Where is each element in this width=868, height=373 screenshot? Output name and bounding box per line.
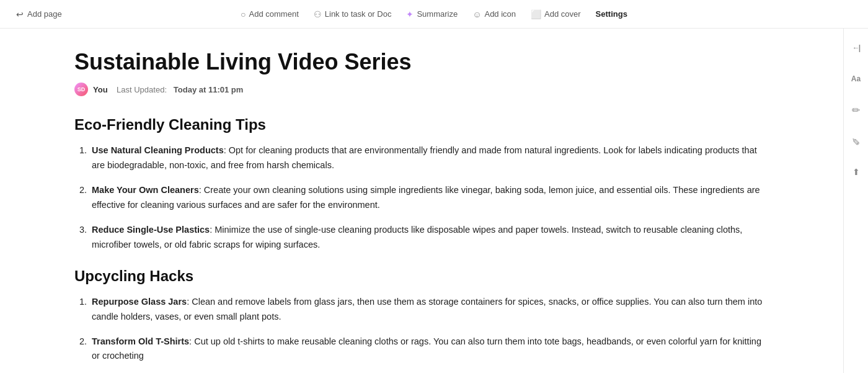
link-icon: ⚇ (314, 9, 322, 19)
collapse-icon: ←| (852, 43, 859, 52)
section-heading-2: Upcycling Hacks (74, 267, 769, 285)
updated-label: Last Updated: (117, 85, 167, 94)
list-item: Reduce Single-Use Plastics: Minimize the… (89, 223, 769, 253)
section-2-list: Repurpose Glass Jars: Clean and remove l… (74, 295, 769, 364)
edit-alt-icon: ✎ (852, 135, 860, 147)
user-name: You (93, 85, 108, 94)
list-item: Transform Old T-Shirts: Cut up old t-shi… (89, 335, 769, 364)
avatar: SD (74, 83, 88, 96)
add-icon-button[interactable]: ☺ Add icon (466, 6, 522, 22)
edit-alt-button[interactable]: ✎ (847, 132, 866, 150)
emoji-icon: ☺ (472, 9, 481, 19)
right-sidebar: ←| Aa ✏ ✎ ⬆ (843, 29, 868, 373)
link-task-label: Link to task or Doc (325, 9, 392, 19)
edit-icon: ✏ (852, 104, 860, 116)
font-size-button[interactable]: Aa (847, 70, 866, 88)
list-item: Repurpose Glass Jars: Clean and remove l… (89, 295, 769, 325)
list-item-bold: Make Your Own Cleaners (92, 185, 199, 195)
collapse-sidebar-button[interactable]: ←| (847, 38, 866, 57)
list-item-bold: Transform Old T-Shirts (92, 336, 189, 346)
doc-meta-text: You Last Updated: Today at 11:01 pm (93, 85, 243, 94)
add-page-label: Add page (27, 9, 62, 19)
add-comment-button[interactable]: ○ Add comment (234, 6, 305, 22)
list-item: Make Your Own Cleaners: Create your own … (89, 183, 769, 213)
list-item-bold: Reduce Single-Use Plastics (92, 225, 210, 235)
updated-time: Today at 11:01 pm (174, 85, 243, 94)
summarize-button[interactable]: ✦ Summarize (400, 6, 464, 22)
section-heading-1: Eco-Friendly Cleaning Tips (74, 116, 769, 133)
link-task-button[interactable]: ⚇ Link to task or Doc (308, 6, 398, 22)
add-page-button[interactable]: ↩ Add page (10, 6, 68, 22)
add-icon-label: Add icon (484, 9, 516, 19)
toolbar-left: ↩ Add page (10, 6, 68, 22)
add-page-icon: ↩ (16, 9, 24, 19)
font-size-icon: Aa (851, 74, 861, 83)
settings-label: Settings (596, 9, 627, 19)
list-item-bold: Use Natural Cleaning Products (92, 145, 224, 155)
export-icon: ⬆ (852, 167, 860, 177)
add-cover-label: Add cover (544, 9, 581, 19)
comment-icon: ○ (241, 9, 246, 19)
add-comment-label: Add comment (249, 9, 299, 19)
summarize-label: Summarize (417, 9, 458, 19)
toolbar: ↩ Add page ○ Add comment ⚇ Link to task … (0, 0, 868, 29)
doc-content: Sustainable Living Video Series SD You L… (0, 29, 843, 373)
add-cover-button[interactable]: ⬜ Add cover (525, 6, 587, 22)
doc-title: Sustainable Living Video Series (74, 48, 769, 75)
image-icon: ⬜ (531, 9, 541, 19)
edit-button[interactable]: ✏ (847, 101, 866, 119)
sparkle-icon: ✦ (406, 9, 414, 19)
export-button[interactable]: ⬆ (847, 163, 866, 181)
main-layout: Sustainable Living Video Series SD You L… (0, 29, 868, 373)
settings-button[interactable]: Settings (590, 6, 634, 22)
list-item-bold: Repurpose Glass Jars (92, 297, 187, 307)
toolbar-center: ○ Add comment ⚇ Link to task or Doc ✦ Su… (234, 6, 634, 22)
doc-meta: SD You Last Updated: Today at 11:01 pm (74, 83, 769, 96)
list-item: Use Natural Cleaning Products: Opt for c… (89, 143, 769, 173)
section-1-list: Use Natural Cleaning Products: Opt for c… (74, 143, 769, 253)
